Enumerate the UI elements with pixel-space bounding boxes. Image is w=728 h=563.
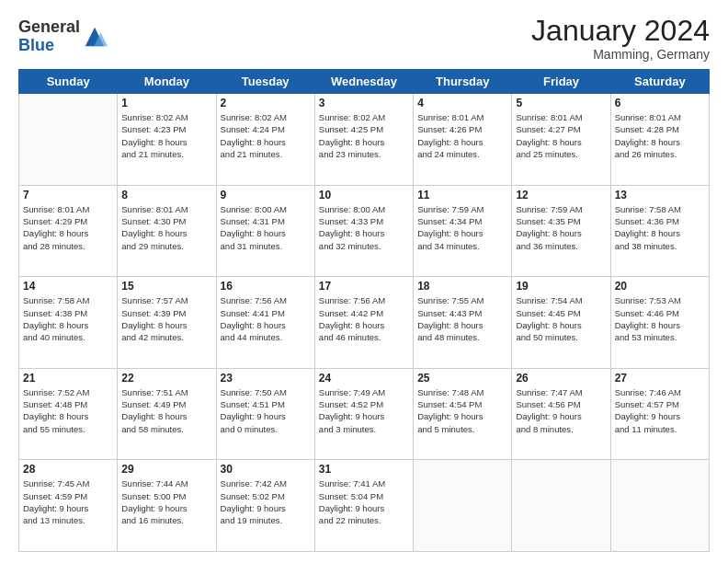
day-number: 23 (221, 372, 311, 385)
day-number: 31 (319, 463, 409, 476)
day-info: Sunrise: 7:52 AM Sunset: 4:48 PM Dayligh… (23, 386, 113, 435)
day-info: Sunrise: 7:56 AM Sunset: 4:42 PM Dayligh… (319, 294, 409, 343)
calendar-cell: 11Sunrise: 7:59 AM Sunset: 4:34 PM Dayli… (414, 185, 512, 277)
logo-general: General (18, 17, 80, 36)
day-number: 2 (221, 97, 311, 109)
day-info: Sunrise: 7:51 AM Sunset: 4:49 PM Dayligh… (121, 386, 211, 435)
day-of-week-header: Monday (118, 70, 216, 94)
calendar-cell: 29Sunrise: 7:44 AM Sunset: 5:00 PM Dayli… (118, 460, 216, 552)
calendar-cell: 14Sunrise: 7:58 AM Sunset: 4:38 PM Dayli… (19, 277, 118, 369)
page: General Blue January 2024 Mamming, Germa… (0, 0, 728, 563)
day-info: Sunrise: 8:02 AM Sunset: 4:25 PM Dayligh… (319, 111, 409, 160)
day-number: 29 (121, 463, 211, 476)
calendar-cell: 31Sunrise: 7:41 AM Sunset: 5:04 PM Dayli… (314, 460, 413, 552)
day-info: Sunrise: 8:01 AM Sunset: 4:26 PM Dayligh… (417, 111, 507, 160)
day-number: 1 (121, 97, 211, 109)
calendar-cell: 6Sunrise: 8:01 AM Sunset: 4:28 PM Daylig… (610, 94, 709, 186)
day-info: Sunrise: 8:02 AM Sunset: 4:24 PM Dayligh… (221, 111, 311, 160)
day-number: 28 (23, 463, 113, 476)
calendar-cell: 20Sunrise: 7:53 AM Sunset: 4:46 PM Dayli… (610, 277, 709, 369)
calendar-week-row: 28Sunrise: 7:45 AM Sunset: 4:59 PM Dayli… (19, 460, 710, 552)
day-number: 18 (417, 280, 507, 293)
title-block: January 2024 Mamming, Germany (531, 15, 710, 62)
calendar-cell: 9Sunrise: 8:00 AM Sunset: 4:31 PM Daylig… (216, 185, 314, 277)
day-number: 8 (121, 189, 211, 201)
month-title: January 2024 (531, 15, 710, 47)
day-number: 7 (23, 189, 113, 201)
location: Mamming, Germany (531, 47, 710, 62)
day-of-week-header: Friday (512, 70, 610, 94)
day-info: Sunrise: 7:44 AM Sunset: 5:00 PM Dayligh… (121, 477, 211, 526)
day-number: 26 (516, 372, 606, 385)
calendar-cell: 7Sunrise: 8:01 AM Sunset: 4:29 PM Daylig… (19, 185, 118, 277)
calendar-cell (414, 460, 512, 552)
day-info: Sunrise: 7:59 AM Sunset: 4:35 PM Dayligh… (516, 203, 606, 252)
day-number: 12 (516, 189, 606, 201)
day-of-week-header: Thursday (414, 70, 512, 94)
day-info: Sunrise: 7:54 AM Sunset: 4:45 PM Dayligh… (516, 294, 606, 343)
day-info: Sunrise: 7:48 AM Sunset: 4:54 PM Dayligh… (417, 386, 507, 435)
day-info: Sunrise: 8:01 AM Sunset: 4:30 PM Dayligh… (121, 203, 211, 252)
day-info: Sunrise: 7:47 AM Sunset: 4:56 PM Dayligh… (516, 386, 606, 435)
day-number: 5 (516, 97, 606, 109)
calendar-week-row: 7Sunrise: 8:01 AM Sunset: 4:29 PM Daylig… (19, 185, 710, 277)
logo-blue: Blue (18, 36, 54, 54)
calendar-cell: 19Sunrise: 7:54 AM Sunset: 4:45 PM Dayli… (512, 277, 610, 369)
calendar-cell: 8Sunrise: 8:01 AM Sunset: 4:30 PM Daylig… (118, 185, 216, 277)
day-number: 11 (417, 189, 507, 201)
day-number: 30 (221, 463, 311, 476)
calendar-cell: 26Sunrise: 7:47 AM Sunset: 4:56 PM Dayli… (512, 368, 610, 460)
calendar-cell: 4Sunrise: 8:01 AM Sunset: 4:26 PM Daylig… (414, 94, 512, 186)
calendar-cell: 21Sunrise: 7:52 AM Sunset: 4:48 PM Dayli… (19, 368, 118, 460)
calendar-cell: 24Sunrise: 7:49 AM Sunset: 4:52 PM Dayli… (314, 368, 413, 460)
calendar-cell: 27Sunrise: 7:46 AM Sunset: 4:57 PM Dayli… (610, 368, 709, 460)
day-info: Sunrise: 7:41 AM Sunset: 5:04 PM Dayligh… (319, 477, 409, 526)
day-of-week-header: Saturday (610, 70, 709, 94)
day-info: Sunrise: 7:53 AM Sunset: 4:46 PM Dayligh… (615, 294, 705, 343)
day-info: Sunrise: 7:49 AM Sunset: 4:52 PM Dayligh… (319, 386, 409, 435)
calendar-week-row: 14Sunrise: 7:58 AM Sunset: 4:38 PM Dayli… (19, 277, 710, 369)
day-info: Sunrise: 7:56 AM Sunset: 4:41 PM Dayligh… (221, 294, 311, 343)
calendar-week-row: 21Sunrise: 7:52 AM Sunset: 4:48 PM Dayli… (19, 368, 710, 460)
calendar-cell: 12Sunrise: 7:59 AM Sunset: 4:35 PM Dayli… (512, 185, 610, 277)
calendar-cell: 25Sunrise: 7:48 AM Sunset: 4:54 PM Dayli… (414, 368, 512, 460)
day-info: Sunrise: 8:02 AM Sunset: 4:23 PM Dayligh… (121, 111, 211, 160)
day-info: Sunrise: 7:55 AM Sunset: 4:43 PM Dayligh… (417, 294, 507, 343)
header: General Blue January 2024 Mamming, Germa… (18, 15, 710, 62)
day-number: 17 (319, 280, 409, 293)
calendar-cell: 28Sunrise: 7:45 AM Sunset: 4:59 PM Dayli… (19, 460, 118, 552)
day-info: Sunrise: 8:01 AM Sunset: 4:29 PM Dayligh… (23, 203, 113, 252)
calendar-header-row: SundayMondayTuesdayWednesdayThursdayFrid… (19, 70, 710, 94)
day-number: 20 (615, 280, 705, 293)
day-of-week-header: Sunday (19, 70, 118, 94)
day-number: 3 (319, 97, 409, 109)
day-number: 22 (121, 372, 211, 385)
day-info: Sunrise: 7:57 AM Sunset: 4:39 PM Dayligh… (121, 294, 211, 343)
calendar-table: SundayMondayTuesdayWednesdayThursdayFrid… (18, 69, 710, 552)
day-info: Sunrise: 8:01 AM Sunset: 4:27 PM Dayligh… (516, 111, 606, 160)
calendar-cell: 1Sunrise: 8:02 AM Sunset: 4:23 PM Daylig… (118, 94, 216, 186)
calendar-cell: 22Sunrise: 7:51 AM Sunset: 4:49 PM Dayli… (118, 368, 216, 460)
calendar-cell: 3Sunrise: 8:02 AM Sunset: 4:25 PM Daylig… (314, 94, 413, 186)
day-number: 6 (615, 97, 705, 109)
calendar-cell: 5Sunrise: 8:01 AM Sunset: 4:27 PM Daylig… (512, 94, 610, 186)
day-info: Sunrise: 7:42 AM Sunset: 5:02 PM Dayligh… (221, 477, 311, 526)
calendar-cell: 13Sunrise: 7:58 AM Sunset: 4:36 PM Dayli… (610, 185, 709, 277)
day-info: Sunrise: 8:01 AM Sunset: 4:28 PM Dayligh… (615, 111, 705, 160)
calendar-cell (512, 460, 610, 552)
day-number: 19 (516, 280, 606, 293)
day-number: 21 (23, 372, 113, 385)
day-number: 25 (417, 372, 507, 385)
day-number: 14 (23, 280, 113, 293)
day-of-week-header: Wednesday (314, 70, 413, 94)
day-number: 10 (319, 189, 409, 201)
day-number: 4 (417, 97, 507, 109)
day-number: 27 (615, 372, 705, 385)
calendar-cell (19, 94, 118, 186)
day-info: Sunrise: 7:50 AM Sunset: 4:51 PM Dayligh… (221, 386, 311, 435)
day-number: 13 (615, 189, 705, 201)
day-of-week-header: Tuesday (216, 70, 314, 94)
calendar-cell: 17Sunrise: 7:56 AM Sunset: 4:42 PM Dayli… (314, 277, 413, 369)
calendar-cell: 2Sunrise: 8:02 AM Sunset: 4:24 PM Daylig… (216, 94, 314, 186)
logo: General Blue (18, 18, 108, 55)
